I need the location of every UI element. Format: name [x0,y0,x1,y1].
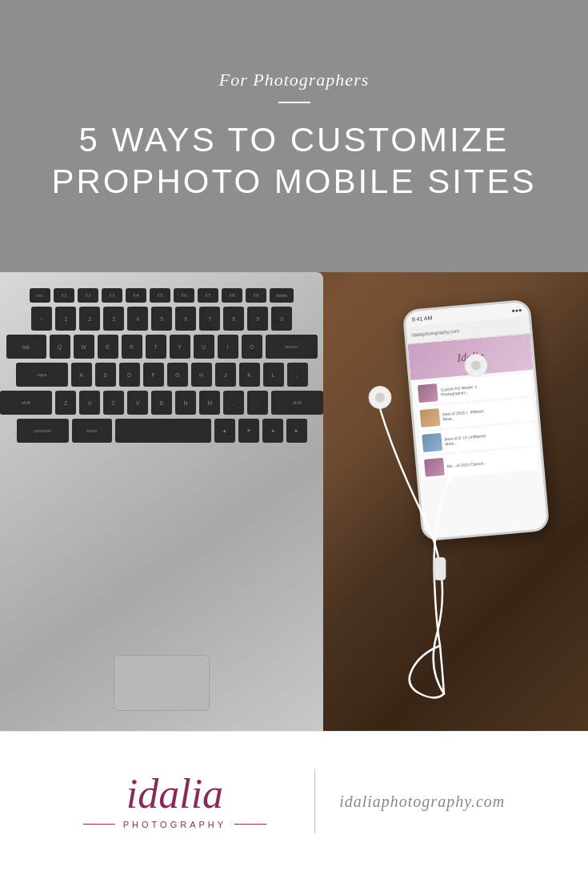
key: F9 [246,288,266,303]
phone-time: 9:41 AM [411,315,432,322]
key: D [119,363,140,387]
key: return [266,335,318,359]
svg-point-1 [375,393,385,403]
key: F1 [54,288,74,303]
svg-point-0 [369,387,391,409]
header-divider [278,102,310,103]
key: S [95,363,116,387]
key: 3 [103,307,124,331]
key: U [194,335,214,359]
key: shift [0,391,52,415]
key: 5 [151,307,172,331]
key: ◄ [262,419,283,443]
key: E [98,335,118,359]
key: 8 [223,307,244,331]
title-line1: 5 WAYS TO CUSTOMIZE [79,121,510,159]
key: esc [30,288,50,303]
key: H [191,363,212,387]
website-url: idaliaphotography.com [339,793,505,811]
key: ▼ [238,419,259,443]
key: 7 [199,307,220,331]
footer-section: idalia PHOTOGRAPHY idaliaphotography.com [0,731,588,871]
key: 2 [79,307,100,331]
key: ► [286,419,307,443]
key: 1 [55,307,76,331]
phone-logo: Idalia [457,349,485,364]
subtitle: For Photographers [219,70,370,90]
post-thumbnail [422,433,442,452]
logo-name: idalia [126,773,223,815]
key: , [223,391,244,415]
key: tab [6,335,46,359]
key: F2 [78,288,98,303]
key: M [199,391,220,415]
post-text: Best of 2015 Unfiltered:Most... [442,408,485,423]
key: shift [271,391,323,415]
key: I [218,335,238,359]
key: L [263,363,284,387]
key: F4 [126,288,146,303]
svg-rect-4 [434,558,446,580]
post-text: Custom NJ NewbornPhotographer... [440,383,478,397]
key: B [151,391,172,415]
key: 0 [271,307,292,331]
keyboard: esc F1 F2 F3 F4 F5 F6 F7 F8 F9 delete [8,288,315,651]
logo-left-line [83,824,115,825]
post-text: Best of 2015 Classic... [447,460,487,469]
key: N [175,391,196,415]
key: K [239,363,260,387]
key: F6 [174,288,194,303]
logo-section: idalia PHOTOGRAPHY [83,773,290,829]
post-text: Best of 2015 Unfiltered:Most... [445,432,487,447]
phone-url: idaliaphotography.com [411,328,459,337]
key: F5 [150,288,170,303]
key: Y [170,335,190,359]
post-thumbnail [418,383,438,403]
key: command [17,419,69,443]
key: A [71,363,92,387]
phone-post-list: Custom NJ NewbornPhotographer... Best of… [410,370,542,484]
key: . [247,391,268,415]
key: 9 [247,307,268,331]
key: F7 [198,288,218,303]
key: O [242,335,262,359]
key: 6 [175,307,196,331]
key [115,419,211,443]
key: Q [50,335,70,359]
title-line2: PROPHOTO MOBILE SITES [51,163,536,200]
photo-background: esc F1 F2 F3 F4 F5 F6 F7 F8 F9 delete [0,272,588,731]
key: C [103,391,124,415]
trackpad [114,655,210,711]
key: Z [55,391,76,415]
footer-divider [314,769,315,833]
key: X [79,391,100,415]
key: G [167,363,188,387]
key: F [143,363,164,387]
key: F8 [222,288,242,303]
key: delete [270,288,294,303]
key: V [127,391,148,415]
phone-device: 9:41 AM ●●● idaliaphotography.com Idalia [402,299,550,542]
key: 4 [127,307,148,331]
phone-signal: ●●● [511,307,522,313]
key: caps [16,363,68,387]
post-thumbnail [420,408,441,427]
main-title: 5 WAYS TO CUSTOMIZE PROPHOTO MOBILE SITE… [51,119,536,203]
phone-screen: 9:41 AM ●●● idaliaphotography.com Idalia [405,302,547,539]
key: ~ [31,307,52,331]
key: F3 [102,288,122,303]
logo-subtext: PHOTOGRAPHY [123,820,226,829]
logo-line-wrapper: PHOTOGRAPHY [83,818,266,829]
logo-wrapper: idalia [126,773,223,815]
key: ▲ [214,419,235,443]
key: J [215,363,236,387]
photo-section: esc F1 F2 F3 F4 F5 F6 F7 F8 F9 delete [0,272,588,731]
laptop-image: esc F1 F2 F3 F4 F5 F6 F7 F8 F9 delete [0,272,323,731]
key: ; [287,363,308,387]
card: For Photographers 5 WAYS TO CUSTOMIZE PR… [0,0,588,871]
logo-right-line [234,824,266,825]
post-thumbnail [424,458,445,477]
key: option [72,419,112,443]
header-section: For Photographers 5 WAYS TO CUSTOMIZE PR… [0,0,588,272]
key: T [146,335,166,359]
